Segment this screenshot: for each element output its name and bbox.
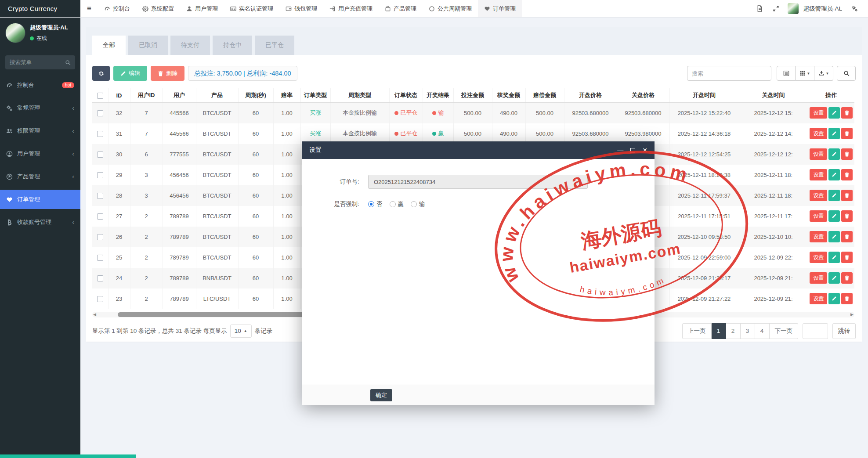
row-edit-button[interactable] xyxy=(828,272,840,284)
row-delete-button[interactable] xyxy=(841,107,853,119)
row-delete-button[interactable] xyxy=(841,128,853,139)
row-delete-button[interactable] xyxy=(841,252,853,263)
table-search-input[interactable] xyxy=(687,66,771,81)
row-checkbox[interactable] xyxy=(97,172,103,178)
row-set-button[interactable]: 设置 xyxy=(810,293,827,304)
row-edit-button[interactable] xyxy=(828,107,840,119)
columns-button[interactable]: ▼ xyxy=(796,66,814,81)
page-button-2[interactable]: 2 xyxy=(726,323,741,339)
tab-5[interactable]: 已平仓 xyxy=(255,36,294,55)
row-delete-button[interactable] xyxy=(841,169,853,180)
page-button-3[interactable]: 3 xyxy=(741,323,755,339)
page-button-4[interactable]: 4 xyxy=(755,323,770,339)
avatar[interactable] xyxy=(788,3,799,14)
row-delete-button[interactable] xyxy=(841,210,853,222)
sidebar-search[interactable] xyxy=(5,55,75,69)
scroll-left-arrow[interactable]: ◀ xyxy=(93,312,96,317)
row-checkbox[interactable] xyxy=(97,296,103,302)
row-set-button[interactable]: 设置 xyxy=(810,272,827,284)
topnav-item-circle[interactable]: 公共周期管理 xyxy=(423,0,478,17)
page-jump-input[interactable] xyxy=(803,323,828,339)
row-set-button[interactable]: 设置 xyxy=(810,190,827,201)
sidebar-search-input[interactable] xyxy=(10,59,65,65)
prev-page-button[interactable]: 上一页 xyxy=(682,323,712,339)
row-edit-button[interactable] xyxy=(828,190,840,201)
order-number-input[interactable] xyxy=(368,175,588,189)
select-all-checkbox[interactable] xyxy=(97,93,103,99)
modal-minimize-button[interactable]: — xyxy=(617,147,623,153)
row-edit-button[interactable] xyxy=(828,169,840,180)
force-option-1[interactable]: 否 xyxy=(368,200,383,208)
topnav-item-signin[interactable]: 用户充值管理 xyxy=(323,0,379,17)
tab-3[interactable]: 待支付 xyxy=(170,36,210,55)
row-delete-button[interactable] xyxy=(841,231,853,242)
search-button[interactable] xyxy=(837,66,856,81)
row-delete-button[interactable] xyxy=(841,293,853,304)
row-edit-button[interactable] xyxy=(828,148,840,160)
row-edit-button[interactable] xyxy=(828,128,840,139)
topnav-item-user[interactable]: 用户管理 xyxy=(180,0,224,17)
topnav-item-idcard[interactable]: 实名认证管理 xyxy=(224,0,279,17)
modal-maximize-button[interactable] xyxy=(630,148,635,153)
row-checkbox[interactable] xyxy=(97,275,103,281)
topnav-item-heart[interactable]: 订单管理 xyxy=(478,0,522,17)
sidebar-item-users[interactable]: 权限管理‹ xyxy=(0,121,80,141)
page-button-1[interactable]: 1 xyxy=(712,323,726,339)
clear-cache-icon[interactable] xyxy=(752,0,767,17)
topnav-item-bag[interactable]: 产品管理 xyxy=(379,0,423,17)
tab-1[interactable]: 全部 xyxy=(92,36,126,55)
sidebar-item-usercircle[interactable]: 用户管理‹ xyxy=(0,144,80,163)
detail-view-button[interactable] xyxy=(777,66,796,81)
force-option-3[interactable]: 输 xyxy=(411,200,425,208)
settings-gear-icon[interactable] xyxy=(847,0,862,17)
export-button[interactable]: ▼ xyxy=(814,66,833,81)
row-edit-button[interactable] xyxy=(828,293,840,304)
topnav-username[interactable]: 超级管理员-AL xyxy=(803,5,842,13)
row-checkbox[interactable] xyxy=(97,151,103,158)
page-jump-button[interactable]: 跳转 xyxy=(832,323,856,339)
confirm-button[interactable]: 确定 xyxy=(370,389,392,401)
page-size-select[interactable]: 10▲ xyxy=(230,325,252,338)
row-edit-button[interactable] xyxy=(828,252,840,263)
row-checkbox[interactable] xyxy=(97,131,103,137)
row-checkbox[interactable] xyxy=(97,213,103,220)
row-set-button[interactable]: 设置 xyxy=(810,128,827,139)
next-page-button[interactable]: 下一页 xyxy=(770,323,799,339)
sidebar-item-gauge[interactable]: 控制台hot xyxy=(0,76,80,95)
topnav-item-gear[interactable]: 系统配置 xyxy=(136,0,180,17)
sidebar-item-gears[interactable]: 常规管理‹ xyxy=(0,98,80,118)
modal-header[interactable]: 设置 — ✕ xyxy=(302,141,655,159)
sidebar-toggle-icon[interactable]: ≡ xyxy=(80,0,98,17)
refresh-button[interactable] xyxy=(92,66,110,81)
row-set-button[interactable]: 设置 xyxy=(810,231,827,242)
row-set-button[interactable]: 设置 xyxy=(810,210,827,222)
fullscreen-icon[interactable] xyxy=(769,0,783,17)
force-option-2[interactable]: 赢 xyxy=(390,200,404,208)
row-set-button[interactable]: 设置 xyxy=(810,169,827,180)
row-set-button[interactable]: 设置 xyxy=(810,148,827,160)
tab-4[interactable]: 持仓中 xyxy=(213,36,252,55)
sidebar-item-pcircle[interactable]: 产品管理‹ xyxy=(0,167,80,186)
row-edit-button[interactable] xyxy=(828,231,840,242)
topnav-item-wallet[interactable]: 钱包管理 xyxy=(279,0,323,17)
row-set-button[interactable]: 设置 xyxy=(810,252,827,263)
scroll-right-arrow[interactable]: ▶ xyxy=(850,312,854,317)
delete-button[interactable]: 删除 xyxy=(151,66,184,81)
row-delete-button[interactable] xyxy=(841,148,853,160)
row-checkbox[interactable] xyxy=(97,255,103,261)
row-delete-button[interactable] xyxy=(841,190,853,201)
sidebar-item-heart[interactable]: 订单管理 xyxy=(0,190,80,209)
topnav-item-gauge[interactable]: 控制台 xyxy=(98,0,136,17)
row-delete-button[interactable] xyxy=(841,272,853,284)
avatar[interactable] xyxy=(5,23,25,43)
heart-icon xyxy=(484,6,490,12)
row-checkbox[interactable] xyxy=(97,193,103,199)
modal-close-button[interactable]: ✕ xyxy=(642,147,647,153)
row-checkbox[interactable] xyxy=(97,110,103,116)
row-checkbox[interactable] xyxy=(97,234,103,240)
row-set-button[interactable]: 设置 xyxy=(810,107,827,119)
edit-button[interactable]: 编辑 xyxy=(113,66,147,81)
sidebar-item-bcircle[interactable]: 收款账号管理‹ xyxy=(0,213,80,232)
row-edit-button[interactable] xyxy=(828,210,840,222)
tab-2[interactable]: 已取消 xyxy=(128,36,168,55)
